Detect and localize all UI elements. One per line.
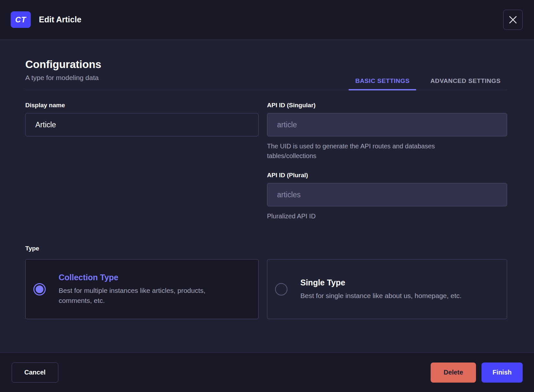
content-type-badge: CT — [11, 11, 31, 28]
type-option-title: Single Type — [300, 278, 461, 287]
type-label: Type — [25, 245, 507, 252]
api-id-singular-input — [267, 113, 507, 136]
api-id-singular-hint: The UID is used to generate the API rout… — [267, 141, 474, 161]
type-option-text: Collection Type Best for multiple instan… — [59, 273, 234, 306]
tab-advanced-settings[interactable]: ADVANCED SETTINGS — [424, 73, 507, 90]
page-subtitle: A type for modeling data — [25, 74, 101, 82]
close-button[interactable] — [503, 10, 523, 30]
type-options: Collection Type Best for multiple instan… — [25, 259, 507, 319]
intro: Configurations A type for modeling data — [25, 58, 101, 90]
type-option-single[interactable]: Single Type Best for single instance lik… — [267, 259, 507, 319]
display-name-field: Display name — [25, 102, 259, 136]
modal-footer: Cancel Delete Finish — [0, 352, 534, 392]
api-id-singular-label: API ID (Singular) — [267, 102, 507, 109]
delete-button[interactable]: Delete — [431, 363, 476, 383]
radio-unselected-icon[interactable] — [275, 283, 287, 295]
close-icon — [509, 16, 517, 24]
api-id-column: API ID (Singular) The UID is used to gen… — [267, 102, 507, 221]
edit-content-type-modal: CT Edit Article Configurations A type fo… — [0, 0, 534, 392]
radio-selected-icon[interactable] — [33, 283, 46, 295]
api-id-plural-input — [267, 183, 507, 206]
type-option-collection[interactable]: Collection Type Best for multiple instan… — [25, 259, 259, 319]
type-option-title: Collection Type — [59, 273, 234, 282]
finish-button[interactable]: Finish — [482, 363, 523, 383]
footer-actions: Delete Finish — [431, 363, 523, 383]
api-id-singular-field: API ID (Singular) The UID is used to gen… — [267, 102, 507, 161]
configuration-form: Display name API ID (Singular) The UID i… — [25, 102, 507, 221]
api-id-plural-hint: Pluralized API ID — [267, 211, 507, 221]
cancel-button[interactable]: Cancel — [12, 363, 58, 383]
page-title: Configurations — [25, 58, 101, 71]
display-name-input[interactable] — [25, 113, 259, 136]
settings-tabs: BASIC SETTINGS ADVANCED SETTINGS — [349, 73, 507, 90]
type-option-text: Single Type Best for single instance lik… — [300, 278, 461, 301]
type-option-description: Best for multiple instances like article… — [59, 285, 234, 306]
api-id-plural-field: API ID (Plural) Pluralized API ID — [267, 172, 507, 221]
api-id-plural-label: API ID (Plural) — [267, 172, 507, 179]
tab-basic-settings[interactable]: BASIC SETTINGS — [349, 73, 416, 90]
display-name-column: Display name — [25, 102, 259, 221]
type-section: Type Collection Type Best for multiple i… — [25, 245, 507, 319]
modal-title: Edit Article — [39, 15, 81, 24]
modal-body: Configurations A type for modeling data … — [0, 40, 534, 352]
modal-header: CT Edit Article — [0, 0, 534, 40]
type-option-description: Best for single instance like about us, … — [300, 291, 461, 301]
intro-row: Configurations A type for modeling data … — [25, 58, 507, 90]
display-name-label: Display name — [25, 102, 259, 109]
